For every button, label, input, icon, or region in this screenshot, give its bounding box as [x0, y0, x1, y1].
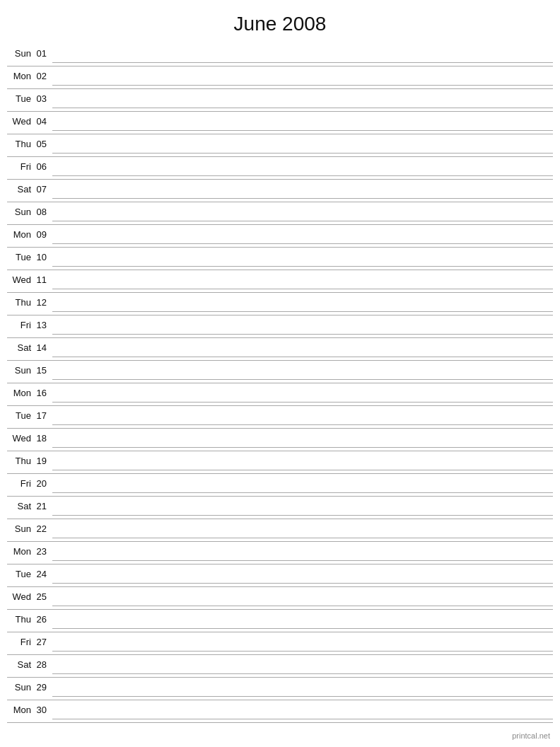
day-line — [52, 357, 553, 357]
day-name: Wed — [7, 432, 34, 444]
day-row: Fri13 — [7, 315, 553, 338]
day-name: Wed — [7, 273, 34, 285]
day-row: Sun22 — [7, 519, 553, 542]
day-row: Thu26 — [7, 610, 553, 632]
day-name: Sun — [7, 47, 34, 59]
day-line — [52, 153, 553, 154]
day-name: Wed — [7, 590, 34, 602]
day-name: Mon — [7, 228, 34, 240]
day-number: 15 — [34, 364, 52, 376]
day-name: Thu — [7, 454, 34, 466]
day-number: 17 — [34, 409, 52, 421]
day-line — [52, 673, 553, 674]
day-name: Mon — [7, 386, 34, 398]
day-line — [52, 175, 553, 176]
day-row: Wed11 — [7, 270, 553, 293]
day-row: Tue17 — [7, 406, 553, 429]
day-line — [52, 606, 553, 606]
day-name: Fri — [7, 477, 34, 489]
day-row: Fri20 — [7, 474, 553, 497]
day-name: Mon — [7, 69, 34, 81]
day-row: Sat14 — [7, 338, 553, 361]
day-name: Sun — [7, 681, 34, 693]
day-line — [52, 447, 553, 448]
calendar-list: Sun01Mon02Tue03Wed04Thu05Fri06Sat07Sun08… — [0, 44, 560, 723]
day-name: Mon — [7, 545, 34, 557]
day-number: 25 — [34, 590, 52, 602]
day-row: Mon23 — [7, 542, 553, 564]
day-number: 20 — [34, 477, 52, 489]
day-line — [52, 311, 553, 312]
day-number: 02 — [34, 69, 52, 81]
day-row: Sat07 — [7, 180, 553, 202]
day-row: Mon16 — [7, 383, 553, 406]
day-name: Tue — [7, 567, 34, 579]
day-number: 22 — [34, 522, 52, 534]
day-row: Thu12 — [7, 293, 553, 315]
day-line — [52, 402, 553, 403]
day-line — [52, 198, 553, 199]
day-number: 03 — [34, 92, 52, 104]
day-number: 11 — [34, 273, 52, 285]
day-number: 28 — [34, 658, 52, 670]
day-line — [52, 492, 553, 493]
day-name: Wed — [7, 115, 34, 127]
day-line — [52, 130, 553, 131]
day-number: 19 — [34, 454, 52, 466]
day-number: 24 — [34, 567, 52, 579]
day-number: 14 — [34, 341, 52, 353]
page-title: June 2008 — [0, 0, 560, 44]
day-row: Sun08 — [7, 202, 553, 225]
day-name: Tue — [7, 409, 34, 421]
day-row: Sun15 — [7, 361, 553, 383]
day-name: Tue — [7, 250, 34, 262]
day-row: Thu05 — [7, 134, 553, 157]
day-row: Fri27 — [7, 632, 553, 655]
day-row: Sun01 — [7, 44, 553, 66]
day-number: 06 — [34, 160, 52, 172]
day-line — [52, 266, 553, 267]
day-number: 07 — [34, 183, 52, 195]
day-line — [52, 470, 553, 470]
day-number: 26 — [34, 613, 52, 625]
day-row: Sat28 — [7, 655, 553, 678]
day-row: Mon30 — [7, 700, 553, 723]
day-name: Sat — [7, 499, 34, 511]
day-line — [52, 628, 553, 629]
day-line — [52, 108, 553, 108]
day-line — [52, 334, 553, 335]
day-name: Sat — [7, 341, 34, 353]
day-row: Tue03 — [7, 89, 553, 112]
day-number: 08 — [34, 205, 52, 217]
day-name: Sun — [7, 205, 34, 217]
day-row: Wed18 — [7, 429, 553, 451]
day-row: Tue24 — [7, 564, 553, 587]
day-number: 27 — [34, 635, 52, 647]
day-line — [52, 583, 553, 584]
day-row: Fri06 — [7, 157, 553, 180]
day-row: Sun29 — [7, 678, 553, 700]
day-number: 29 — [34, 681, 52, 693]
day-line — [52, 289, 553, 289]
day-name: Thu — [7, 613, 34, 625]
day-number: 16 — [34, 386, 52, 398]
day-row: Tue10 — [7, 248, 553, 270]
day-name: Sun — [7, 522, 34, 534]
day-line — [52, 424, 553, 425]
day-name: Fri — [7, 635, 34, 647]
day-line — [52, 221, 553, 221]
day-line — [52, 62, 553, 63]
day-name: Tue — [7, 92, 34, 104]
day-row: Mon09 — [7, 225, 553, 248]
day-line — [52, 651, 553, 652]
day-number: 23 — [34, 545, 52, 557]
day-number: 01 — [34, 47, 52, 59]
day-name: Mon — [7, 703, 34, 715]
day-number: 10 — [34, 250, 52, 262]
day-number: 05 — [34, 137, 52, 149]
day-row: Wed04 — [7, 112, 553, 134]
day-name: Sat — [7, 658, 34, 670]
day-name: Thu — [7, 296, 34, 308]
day-row: Mon02 — [7, 66, 553, 89]
day-line — [52, 696, 553, 697]
